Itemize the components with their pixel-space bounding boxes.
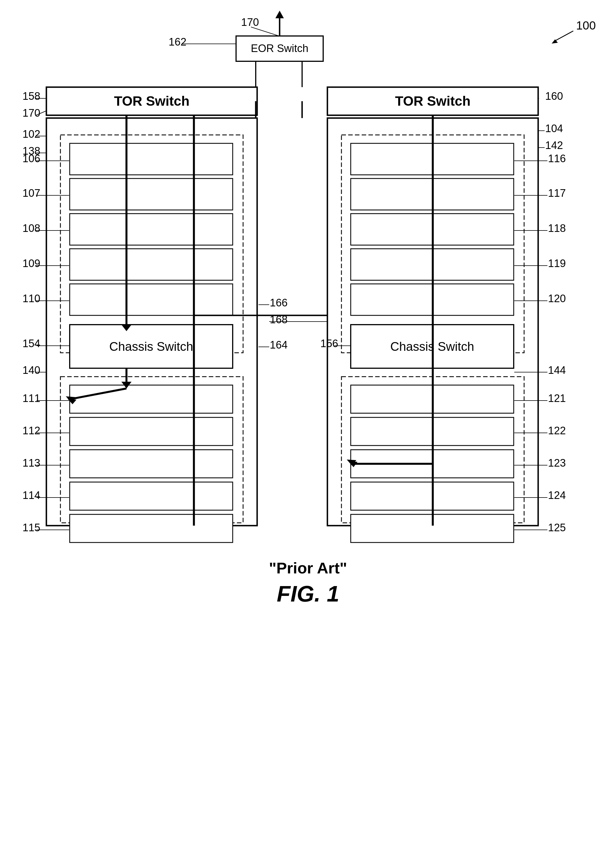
ref-112: 112 [22, 425, 40, 437]
svg-line-0 [554, 31, 573, 42]
svg-marker-5 [275, 10, 284, 18]
left-server-110 [70, 284, 233, 316]
ref-116: 116 [548, 153, 566, 165]
ref-160: 160 [545, 90, 563, 102]
ref-140: 140 [22, 364, 40, 376]
tor-switch-right-label: TOR Switch [395, 94, 471, 109]
ref-119: 119 [548, 257, 566, 269]
ref-115: 115 [22, 522, 40, 534]
ref-156: 156 [320, 338, 338, 349]
ref-110: 110 [22, 293, 40, 304]
ref-142: 142 [545, 139, 563, 151]
ref-170-top: 170 [241, 16, 259, 28]
ref-108: 108 [22, 222, 40, 234]
tor-switch-left-label: TOR Switch [114, 94, 190, 109]
left-server-111 [70, 385, 233, 413]
ref-107: 107 [22, 187, 40, 199]
ref-154: 154 [22, 338, 40, 349]
ref-102: 102 [22, 128, 40, 140]
eor-switch-label: EOR Switch [251, 42, 309, 54]
left-server-109 [70, 249, 233, 280]
ref-166: 166 [270, 297, 287, 309]
ref-158: 158 [22, 90, 40, 102]
left-server-113 [70, 450, 233, 478]
ref-162: 162 [169, 36, 186, 48]
ref-120: 120 [548, 293, 566, 304]
ref-113: 113 [22, 457, 40, 469]
ref-125: 125 [548, 522, 566, 534]
chassis-switch-left-label: Chassis Switch [109, 340, 193, 353]
ref-121: 121 [548, 392, 566, 404]
ref-111: 111 [22, 392, 40, 404]
ref-124: 124 [548, 489, 566, 501]
ref-118: 118 [548, 222, 566, 234]
left-server-112 [70, 418, 233, 446]
ref-106: 106 [22, 153, 40, 165]
diagram-container: 100 EOR Switch 162 170 TOR Switch TOR Sw… [0, 0, 616, 850]
left-server-114 [70, 482, 233, 510]
ref-123: 123 [548, 457, 566, 469]
ref-109: 109 [22, 257, 40, 269]
ref-170-left: 170 [22, 107, 40, 119]
ref-117: 117 [548, 187, 566, 199]
ref-144: 144 [548, 364, 566, 376]
ref-122: 122 [548, 425, 566, 437]
ref-164: 164 [270, 339, 287, 351]
ref-104: 104 [545, 123, 563, 134]
svg-line-3 [251, 27, 279, 36]
ref-100: 100 [576, 19, 596, 32]
ref-114: 114 [22, 489, 40, 501]
left-server-106 [70, 143, 233, 175]
fig-label: FIG. 1 [277, 581, 339, 606]
left-server-107 [70, 178, 233, 210]
left-server-115 [70, 514, 233, 543]
prior-art-label: "Prior Art" [269, 559, 347, 577]
left-server-108 [70, 214, 233, 245]
